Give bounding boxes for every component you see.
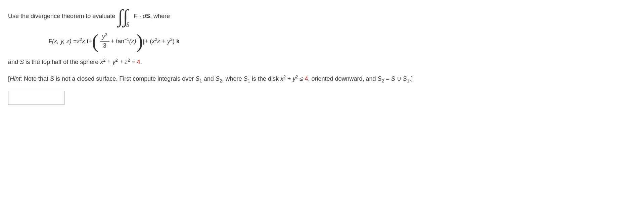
left-paren: ( [92, 32, 99, 50]
integrand: F · dS, where [134, 12, 170, 21]
right-paren: ) [136, 32, 143, 50]
intro-text: Use the divergence theorem to evaluate [8, 12, 115, 21]
double-integral: ∫∫ S [118, 7, 131, 25]
term-i: z2x i [77, 37, 88, 46]
hint-text: [Hint: Note that S is not a closed surfa… [8, 73, 636, 84]
answer-row [8, 89, 636, 105]
fraction-y3-3: y3 3 [100, 33, 109, 49]
answer-input[interactable] [8, 91, 64, 105]
surface-description: and S is the top half of the sphere x2 +… [8, 58, 636, 67]
term-k: + (x2z + y2) k [145, 37, 180, 46]
formula-lhs: F(x, y, z) = [48, 37, 77, 46]
disk-radius-val: 4 [305, 75, 308, 82]
integral-subscript: S [126, 20, 129, 29]
vector-F: F [134, 13, 138, 19]
tan-term: + tan−1(z) [111, 37, 136, 46]
problem-intro: Use the divergence theorem to evaluate ∫… [8, 7, 636, 25]
sphere-radius-val: 4 [137, 59, 140, 65]
vector-field-formula: F(x, y, z) = z2x i + ( y3 3 + tan−1(z) )… [48, 32, 636, 50]
